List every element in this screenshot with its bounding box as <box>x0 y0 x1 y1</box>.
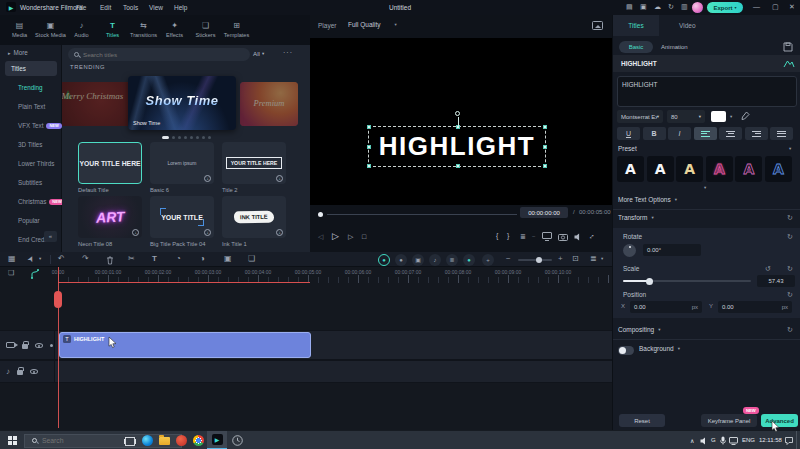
tray-speaker-icon[interactable] <box>700 437 708 445</box>
media-library-icon[interactable]: ▣ <box>640 3 647 11</box>
crop-icon[interactable]: ▣ <box>224 255 232 263</box>
resize-handle-nw[interactable] <box>367 125 371 129</box>
resize-handle-s[interactable] <box>456 164 460 168</box>
pagination-dot[interactable] <box>202 136 205 139</box>
play-button[interactable]: ▷ <box>332 231 339 241</box>
pagination-dot[interactable] <box>184 136 187 139</box>
carousel-pagination[interactable] <box>148 136 224 139</box>
audio-mixer-icon[interactable]: ≣ <box>446 254 458 266</box>
collapse-sidebar-button[interactable]: « <box>44 231 57 242</box>
export-frame-icon[interactable] <box>592 21 603 30</box>
more-options-icon[interactable]: ··· <box>283 49 293 56</box>
template-ink-title[interactable]: INK TITLE ↓ <box>222 196 286 238</box>
zoom-slider-track[interactable] <box>518 259 552 261</box>
pagination-dot[interactable] <box>162 136 169 139</box>
template-title-2[interactable]: YOUR TITLE HERE ↓ <box>222 142 286 184</box>
undo-icon[interactable]: ↶ <box>58 255 65 263</box>
tray-clock[interactable]: 12:11:58 <box>759 437 782 443</box>
tab-stickers[interactable]: ❏Stickers <box>190 15 221 45</box>
player-menu-icon[interactable]: ≣ <box>520 233 526 241</box>
minimize-button[interactable]: — <box>753 3 760 10</box>
edge-icon[interactable] <box>142 435 153 446</box>
tab-templates[interactable]: ⊞Templates <box>221 15 252 45</box>
visibility-icon[interactable] <box>35 343 43 348</box>
position-x-field[interactable]: 0.00px <box>630 301 702 313</box>
speaker-icon[interactable] <box>574 233 583 241</box>
font-size-dropdown[interactable]: 80▾ <box>667 110 705 123</box>
menu-edit[interactable]: Edit <box>100 4 111 11</box>
menu-view[interactable]: View <box>149 4 163 11</box>
sidebar-item-christmas[interactable]: ChristmasNEW <box>18 198 65 205</box>
pagination-dot[interactable] <box>196 136 199 139</box>
chevron-down-icon[interactable]: ▾ <box>601 257 603 262</box>
eyedropper-icon[interactable] <box>741 111 750 120</box>
track-copy-icon[interactable]: ❏ <box>8 269 14 277</box>
playback-scrubber-thumb[interactable] <box>318 212 323 217</box>
pointer-tool-icon[interactable]: ➤ <box>26 254 36 263</box>
align-left-button[interactable] <box>694 127 717 140</box>
preset-tile-magenta-outline[interactable]: A <box>735 156 762 182</box>
resize-handle-se[interactable] <box>543 164 547 168</box>
tray-display-icon[interactable] <box>729 437 738 445</box>
layout-icon[interactable]: ▤ <box>626 3 633 11</box>
zoom-out-icon[interactable]: − <box>506 255 511 263</box>
sidebar-item-plain-text[interactable]: Plain Text <box>18 103 45 110</box>
menu-tools[interactable]: Tools <box>123 4 138 11</box>
download-icon[interactable]: ↓ <box>132 229 139 236</box>
reset-button[interactable]: Reset <box>619 414 665 427</box>
resize-handle-w[interactable] <box>367 145 371 149</box>
stop-button[interactable]: □ <box>362 233 366 240</box>
tab-transitions[interactable]: ⇆Transitions <box>128 15 159 45</box>
preset-tile-white[interactable]: A <box>617 156 644 182</box>
pagination-dot[interactable] <box>190 136 193 139</box>
preset-expand-icon[interactable]: ▾ <box>704 185 706 190</box>
transform-reset-icon[interactable]: ↻ <box>787 214 793 222</box>
compositing-section-header[interactable]: Compositing▾ <box>618 326 660 333</box>
more-text-options[interactable]: More Text Options▾ <box>618 196 677 203</box>
track-manager-icon[interactable]: ≣ <box>590 255 597 263</box>
rotate-dial[interactable] <box>623 244 636 257</box>
compositing-reset-icon[interactable]: ↻ <box>787 326 793 334</box>
position-reset-icon[interactable]: ↻ <box>787 291 793 299</box>
sidebar-item-trending[interactable]: Trending <box>18 84 43 91</box>
italic-button[interactable]: I <box>668 127 691 140</box>
sync-icon[interactable]: ↻ <box>668 3 674 11</box>
subtab-basic[interactable]: Basic <box>619 41 653 53</box>
search-bar[interactable] <box>68 48 250 61</box>
mark-in-button[interactable]: { <box>496 232 498 239</box>
preview-text[interactable]: HIGHLIGHT <box>369 127 545 166</box>
chevron-down-icon[interactable]: ▾ <box>789 146 791 151</box>
sidebar-group-more[interactable]: ▸More <box>8 49 28 56</box>
keyframe-panel-button[interactable]: Keyframe Panel <box>701 414 757 427</box>
previous-frame-button[interactable]: ◁ <box>318 233 323 241</box>
split-icon[interactable]: ✂ <box>128 255 135 263</box>
tab-stock-media[interactable]: ▣Stock Media <box>35 15 66 45</box>
sidebar-item-3d-titles[interactable]: 3D Titles <box>18 141 43 148</box>
tray-expand-icon[interactable]: ∧ <box>690 437 694 444</box>
tab-video-inspector[interactable]: Video <box>679 22 696 29</box>
close-button[interactable]: ✕ <box>789 3 795 11</box>
red-app-icon[interactable] <box>176 435 187 446</box>
download-icon[interactable]: ↓ <box>276 229 283 236</box>
tab-media[interactable]: ▤Media <box>4 15 35 45</box>
download-icon[interactable]: ↓ <box>276 175 283 182</box>
marker-icon[interactable]: ● <box>395 254 407 266</box>
font-family-dropdown[interactable]: Montserrat Extra▾ <box>617 110 663 123</box>
group-icon[interactable]: ❏ <box>248 255 255 263</box>
store-icon[interactable]: ▥ <box>681 3 688 11</box>
start-button[interactable] <box>8 436 17 445</box>
underline-button[interactable]: U <box>617 127 640 140</box>
audio-track[interactable]: ♪ <box>0 360 612 383</box>
search-input[interactable] <box>83 51 233 58</box>
carousel-card-show-time[interactable]: Show Time Show Time <box>128 76 236 130</box>
tray-mic-icon[interactable] <box>720 436 726 445</box>
text-content-input[interactable]: HIGHLIGHT <box>617 76 797 107</box>
dual-monitor-icon[interactable] <box>542 232 552 241</box>
playback-scrubber-track[interactable] <box>327 214 517 215</box>
next-frame-button[interactable]: ▷ <box>348 233 353 241</box>
menu-file[interactable]: File <box>76 4 86 11</box>
snapshot-camera-icon[interactable] <box>558 233 568 241</box>
scale-undo-icon[interactable]: ↺ <box>765 265 771 273</box>
lock-icon[interactable] <box>22 344 28 349</box>
mark-out-button[interactable]: } <box>507 232 509 239</box>
